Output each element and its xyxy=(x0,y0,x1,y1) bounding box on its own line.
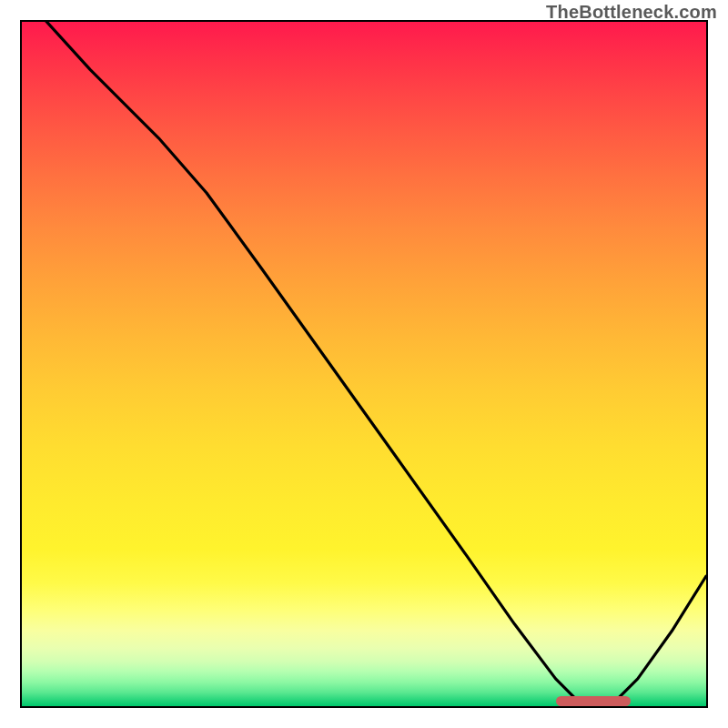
chart-container: TheBottleneck.com xyxy=(0,0,728,728)
curve-svg xyxy=(22,22,706,706)
plot-area xyxy=(20,20,708,708)
bottleneck-curve-path xyxy=(22,22,706,706)
optimal-range-marker xyxy=(556,696,632,706)
